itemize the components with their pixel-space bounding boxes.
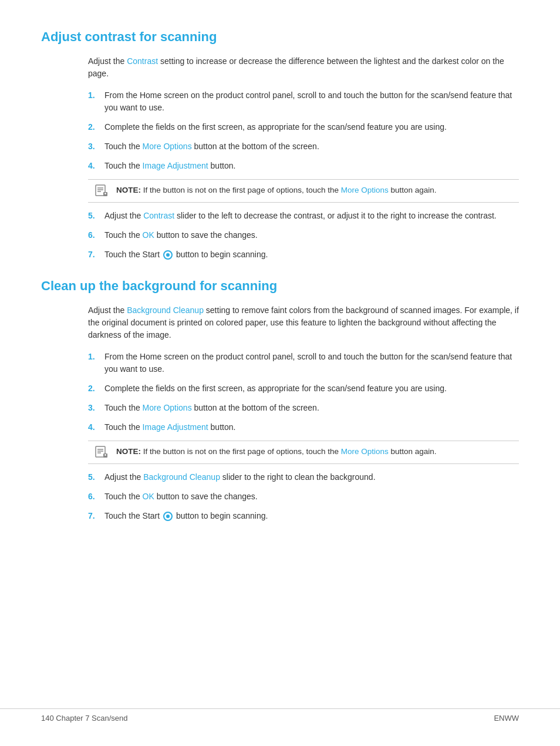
- section1-note: NOTE: If the button is not on the first …: [88, 179, 519, 203]
- section1-intro: Adjust the Contrast setting to increase …: [88, 55, 519, 80]
- section2-step-1: From the Home screen on the product cont…: [88, 351, 519, 375]
- section-adjust-contrast: Adjust contrast for scanning Adjust the …: [41, 29, 519, 261]
- section1-note-text: NOTE: If the button is not on the first …: [116, 184, 437, 196]
- section2-heading: Clean up the background for scanning: [41, 278, 519, 294]
- page-content: Adjust contrast for scanning Adjust the …: [0, 0, 560, 587]
- note-icon-1: [95, 184, 112, 197]
- section1-step-7: Touch the Start button to begin scanning…: [88, 248, 519, 261]
- section2-note-text: NOTE: If the button is not on the first …: [116, 446, 437, 458]
- background-cleanup-link-intro[interactable]: Background Cleanup: [127, 305, 204, 315]
- section1-steps-list: From the Home screen on the product cont…: [88, 89, 519, 172]
- page-footer: 140 Chapter 7 Scan/send ENWW: [0, 708, 560, 723]
- start-icon-2: [163, 512, 173, 521]
- section1-step-5: Adjust the Contrast slider to the left t…: [88, 210, 519, 222]
- section2-step-4: Touch the Image Adjustment button.: [88, 421, 519, 434]
- section2-step-7: Touch the Start button to begin scanning…: [88, 510, 519, 522]
- section2-step-6: Touch the OK button to save the changes.: [88, 490, 519, 503]
- footer-right: ENWW: [494, 714, 519, 723]
- section2-step-2: Complete the fields on the first screen,…: [88, 382, 519, 395]
- more-options-link-1[interactable]: More Options: [143, 142, 192, 151]
- start-icon-1: [163, 250, 173, 260]
- section2-step-3: Touch the More Options button at the bot…: [88, 402, 519, 414]
- section1-step-6: Touch the OK button to save the changes.: [88, 229, 519, 241]
- more-options-link-note2[interactable]: More Options: [341, 447, 389, 456]
- section1-heading: Adjust contrast for scanning: [41, 29, 519, 45]
- section-clean-background: Clean up the background for scanning Adj…: [41, 278, 519, 522]
- section1-step-2: Complete the fields on the first screen,…: [88, 121, 519, 133]
- contrast-link-step5[interactable]: Contrast: [143, 211, 174, 220]
- image-adjustment-link-1[interactable]: Image Adjustment: [143, 161, 208, 170]
- section1-steps-after: Adjust the Contrast slider to the left t…: [88, 210, 519, 261]
- contrast-link-intro[interactable]: Contrast: [127, 56, 158, 66]
- image-adjustment-link-2[interactable]: Image Adjustment: [143, 422, 208, 432]
- section2-note: NOTE: If the button is not on the first …: [88, 441, 519, 464]
- ok-link-1[interactable]: OK: [143, 230, 154, 240]
- section1-step-4: Touch the Image Adjustment button.: [88, 160, 519, 172]
- section1-step-3: Touch the More Options button at the bot…: [88, 140, 519, 153]
- more-options-link-note1[interactable]: More Options: [341, 186, 389, 194]
- section2-intro: Adjust the Background Cleanup setting to…: [88, 304, 519, 341]
- section2-step-5: Adjust the Background Cleanup slider to …: [88, 471, 519, 483]
- section2-steps-after: Adjust the Background Cleanup slider to …: [88, 471, 519, 522]
- more-options-link-2[interactable]: More Options: [143, 403, 192, 412]
- section2-steps-list: From the Home screen on the product cont…: [88, 351, 519, 434]
- section1-step-1: From the Home screen on the product cont…: [88, 89, 519, 114]
- footer-left: 140 Chapter 7 Scan/send: [41, 714, 127, 723]
- background-cleanup-link-step5[interactable]: Background Cleanup: [143, 472, 220, 482]
- note-icon-2: [95, 446, 112, 459]
- ok-link-2[interactable]: OK: [143, 492, 154, 501]
